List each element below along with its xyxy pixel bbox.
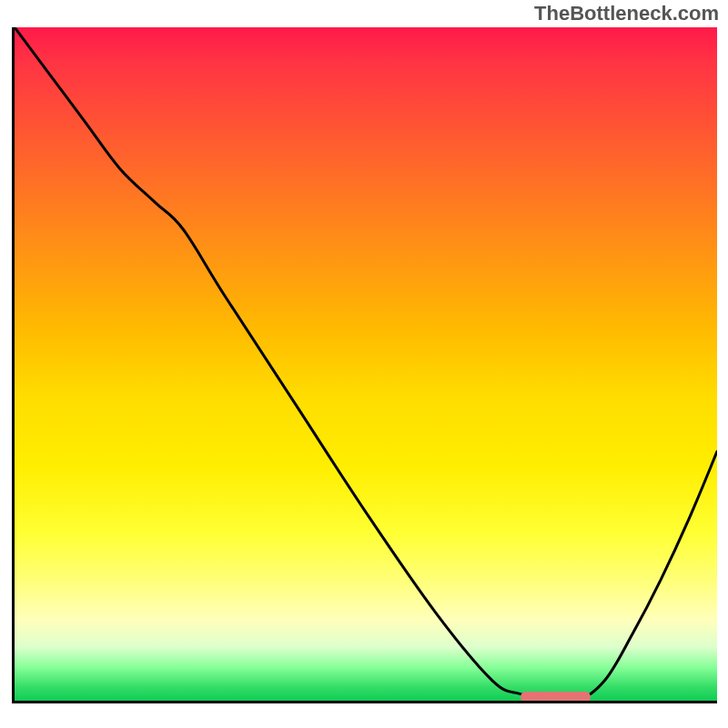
plot-area: [12, 27, 717, 703]
watermark-text: TheBottleneck.com: [534, 2, 719, 25]
highlight-marker: [521, 692, 591, 703]
line-chart-svg: [15, 27, 717, 701]
data-curve: [15, 27, 717, 701]
chart-container: TheBottleneck.com: [0, 0, 728, 728]
